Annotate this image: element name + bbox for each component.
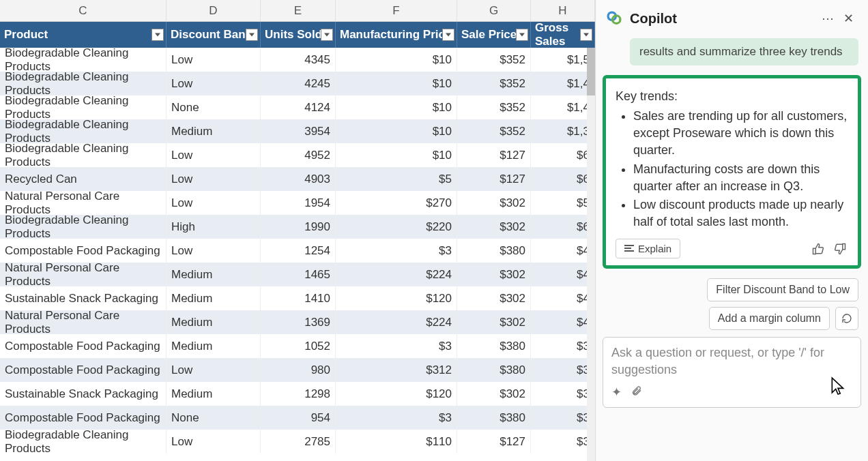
cell-sale-price[interactable]: $127: [457, 143, 531, 167]
cell-units[interactable]: 4124: [261, 95, 336, 119]
table-row[interactable]: Recycled CanLow4903$5$127$6: [0, 167, 595, 191]
col-letter[interactable]: C: [0, 0, 167, 21]
thumbs-up-icon[interactable]: [810, 241, 826, 257]
cell-product[interactable]: Compostable Food Packaging: [0, 406, 167, 430]
explain-button[interactable]: Explain: [616, 239, 680, 258]
cell-mfg-price[interactable]: $120: [336, 382, 457, 406]
table-row[interactable]: Natural Personal Care ProductsLow1954$27…: [0, 191, 595, 215]
cell-sale-price[interactable]: $127: [457, 167, 531, 191]
cell-discount[interactable]: Low: [167, 143, 261, 167]
cell-sale-price[interactable]: $352: [457, 95, 531, 119]
table-row[interactable]: Biodegradable Cleaning ProductsLow2785$1…: [0, 430, 595, 453]
cell-gross[interactable]: $6: [531, 215, 595, 239]
cell-mfg-price[interactable]: $10: [336, 72, 457, 95]
cell-sale-price[interactable]: $352: [457, 119, 531, 143]
cell-sale-price[interactable]: $352: [457, 48, 531, 72]
cell-gross[interactable]: $3: [531, 406, 595, 430]
cell-sale-price[interactable]: $302: [457, 310, 531, 334]
table-row[interactable]: Biodegradable Cleaning ProductsLow4245$1…: [0, 72, 595, 95]
cell-sale-price[interactable]: $380: [457, 334, 531, 358]
cell-units[interactable]: 4952: [261, 143, 336, 167]
cell-gross[interactable]: $1,4: [531, 95, 595, 119]
cell-product[interactable]: Biodegradable Cleaning Products: [0, 48, 167, 72]
cell-gross[interactable]: $1,4: [531, 72, 595, 95]
filter-dropdown-icon[interactable]: [151, 29, 164, 41]
cell-discount[interactable]: None: [167, 95, 261, 119]
cell-sale-price[interactable]: $302: [457, 191, 531, 215]
cell-gross[interactable]: $6: [531, 167, 595, 191]
cell-mfg-price[interactable]: $110: [336, 430, 457, 453]
filter-dropdown-icon[interactable]: [442, 29, 454, 41]
cell-discount[interactable]: Medium: [167, 310, 261, 334]
more-options-icon[interactable]: ⋯: [818, 8, 838, 29]
cell-gross[interactable]: $4: [531, 310, 595, 334]
cell-gross[interactable]: $6: [531, 143, 595, 167]
cell-discount[interactable]: Medium: [167, 382, 261, 406]
cell-sale-price[interactable]: $380: [457, 406, 531, 430]
cell-product[interactable]: Biodegradable Cleaning Products: [0, 143, 167, 167]
table-row[interactable]: Compostable Food PackagingLow980$312$380…: [0, 358, 595, 382]
cell-sale-price[interactable]: $127: [457, 430, 531, 453]
cell-discount[interactable]: Medium: [167, 286, 261, 310]
cell-discount[interactable]: Low: [167, 191, 261, 215]
cell-mfg-price[interactable]: $10: [336, 143, 457, 167]
table-row[interactable]: Biodegradable Cleaning ProductsLow4345$1…: [0, 48, 595, 72]
cell-units[interactable]: 3954: [261, 119, 336, 143]
cell-units[interactable]: 1465: [261, 263, 336, 286]
cell-mfg-price[interactable]: $270: [336, 191, 457, 215]
cell-gross[interactable]: $5: [531, 191, 595, 215]
cell-discount[interactable]: Low: [167, 239, 261, 263]
cell-gross[interactable]: $3: [531, 358, 595, 382]
cell-sale-price[interactable]: $380: [457, 239, 531, 263]
filter-dropdown-icon[interactable]: [580, 29, 592, 41]
table-row[interactable]: Biodegradable Cleaning ProductsLow4952$1…: [0, 143, 595, 167]
cell-sale-price[interactable]: $302: [457, 286, 531, 310]
cell-discount[interactable]: Low: [167, 48, 261, 72]
cell-product[interactable]: Compostable Food Packaging: [0, 358, 167, 382]
suggestion-margin[interactable]: Add a margin column: [709, 307, 830, 330]
cell-mfg-price[interactable]: $3: [336, 406, 457, 430]
cell-mfg-price[interactable]: $224: [336, 310, 457, 334]
cell-units[interactable]: 1410: [261, 286, 336, 310]
refresh-icon[interactable]: [835, 307, 858, 330]
vertical-scrollbar[interactable]: [587, 48, 595, 461]
cell-units[interactable]: 954: [261, 406, 336, 430]
cell-discount[interactable]: Medium: [167, 334, 261, 358]
cell-gross[interactable]: $3: [531, 430, 595, 453]
cell-discount[interactable]: None: [167, 406, 261, 430]
cell-units[interactable]: 1254: [261, 239, 336, 263]
cell-mfg-price[interactable]: $10: [336, 95, 457, 119]
filter-dropdown-icon[interactable]: [321, 29, 333, 41]
header-manufacturing-price[interactable]: Manufacturing Price: [336, 22, 457, 48]
cell-units[interactable]: 1990: [261, 215, 336, 239]
cell-product[interactable]: Natural Personal Care Products: [0, 310, 167, 334]
table-row[interactable]: Compostable Food PackagingMedium1052$3$3…: [0, 334, 595, 358]
cell-mfg-price[interactable]: $10: [336, 119, 457, 143]
table-row[interactable]: Natural Personal Care ProductsMedium1465…: [0, 263, 595, 286]
header-product[interactable]: Product: [0, 22, 167, 48]
cell-units[interactable]: 1298: [261, 382, 336, 406]
col-letter[interactable]: H: [531, 0, 595, 21]
sparkle-icon[interactable]: ✦: [611, 385, 622, 400]
cell-discount[interactable]: Low: [167, 167, 261, 191]
table-row[interactable]: Biodegradable Cleaning ProductsMedium395…: [0, 119, 595, 143]
cell-gross[interactable]: $4: [531, 239, 595, 263]
cell-discount[interactable]: Medium: [167, 119, 261, 143]
cell-discount[interactable]: High: [167, 215, 261, 239]
close-icon[interactable]: ✕: [838, 8, 858, 29]
suggestion-filter[interactable]: Filter Discount Band to Low: [707, 278, 858, 301]
cell-discount[interactable]: Low: [167, 72, 261, 95]
cell-mfg-price[interactable]: $5: [336, 167, 457, 191]
cell-product[interactable]: Biodegradable Cleaning Products: [0, 215, 167, 239]
table-row[interactable]: Natural Personal Care ProductsMedium1369…: [0, 310, 595, 334]
table-row[interactable]: Compostable Food PackagingLow1254$3$380$…: [0, 239, 595, 263]
table-row[interactable]: Biodegradable Cleaning ProductsNone4124$…: [0, 95, 595, 119]
cell-product[interactable]: Natural Personal Care Products: [0, 263, 167, 286]
col-letter[interactable]: E: [261, 0, 336, 21]
prompt-input[interactable]: Ask a question or request, or type '/' f…: [603, 337, 861, 408]
cell-mfg-price[interactable]: $3: [336, 239, 457, 263]
cell-product[interactable]: Biodegradable Cleaning Products: [0, 430, 167, 453]
table-row[interactable]: Sustainable Snack PackagingMedium1410$12…: [0, 286, 595, 310]
cell-discount[interactable]: Low: [167, 358, 261, 382]
table-row[interactable]: Biodegradable Cleaning ProductsHigh1990$…: [0, 215, 595, 239]
